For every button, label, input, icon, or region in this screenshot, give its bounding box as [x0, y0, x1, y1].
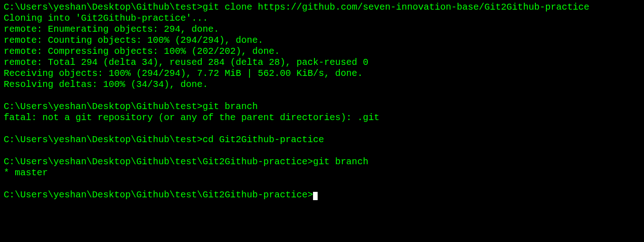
terminal-line: C:\Users\yeshan\Desktop\Github\test\Git2…: [4, 190, 640, 201]
command-text: git clone https://github.com/seven-innov…: [203, 2, 589, 12]
output-text: Cloning into 'Git2Github-practice'...: [4, 13, 208, 23]
output-text: remote: Enumerating objects: 294, done.: [4, 24, 219, 35]
prompt: C:\Users\yeshan\Desktop\Github\test\Git2…: [4, 156, 313, 167]
prompt: C:\Users\yeshan\Desktop\Github\test>: [4, 101, 203, 112]
output-text: Receiving objects: 100% (294/294), 7.72 …: [4, 68, 363, 79]
terminal-line: remote: Enumerating objects: 294, done.: [4, 24, 640, 35]
terminal-line: Resolving deltas: 100% (34/34), done.: [4, 79, 640, 90]
command-text: git branch: [203, 101, 258, 112]
terminal-line: C:\Users\yeshan\Desktop\Github\test\Git2…: [4, 156, 640, 167]
output-text: remote: Total 294 (delta 34), reused 284…: [4, 57, 368, 68]
terminal-line: remote: Total 294 (delta 34), reused 284…: [4, 57, 640, 68]
terminal-line: * master: [4, 167, 640, 179]
output-text: * master: [4, 167, 48, 178]
terminal-line: Cloning into 'Git2Github-practice'...: [4, 13, 640, 24]
prompt: C:\Users\yeshan\Desktop\Github\test>: [4, 2, 203, 12]
output-text: Resolving deltas: 100% (34/34), done.: [4, 79, 208, 90]
terminal-line: C:\Users\yeshan\Desktop\Github\test>git …: [4, 2, 640, 13]
terminal-line: remote: Counting objects: 100% (294/294)…: [4, 35, 640, 46]
terminal-line: [4, 145, 640, 156]
terminal-line: C:\Users\yeshan\Desktop\Github\test>git …: [4, 101, 640, 112]
terminal-line: [4, 90, 640, 101]
command-text: git branch: [313, 156, 368, 167]
output-text: remote: Compressing objects: 100% (202/2…: [4, 46, 280, 57]
terminal-line: fatal: not a git repository (or any of t…: [4, 112, 640, 123]
terminal-line: C:\Users\yeshan\Desktop\Github\test>cd G…: [4, 134, 640, 145]
prompt: C:\Users\yeshan\Desktop\Github\test>: [4, 134, 203, 145]
prompt: C:\Users\yeshan\Desktop\Github\test\Git2…: [4, 190, 313, 200]
terminal-line: remote: Compressing objects: 100% (202/2…: [4, 46, 640, 57]
command-text: cd Git2Github-practice: [203, 134, 324, 145]
output-text: remote: Counting objects: 100% (294/294)…: [4, 35, 263, 46]
cursor: [313, 192, 318, 200]
output-text: fatal: not a git repository (or any of t…: [4, 112, 379, 123]
terminal-window[interactable]: C:\Users\yeshan\Desktop\Github\test>git …: [0, 0, 644, 202]
terminal-line: Receiving objects: 100% (294/294), 7.72 …: [4, 68, 640, 79]
terminal-line: [4, 123, 640, 134]
terminal-line: [4, 179, 640, 190]
